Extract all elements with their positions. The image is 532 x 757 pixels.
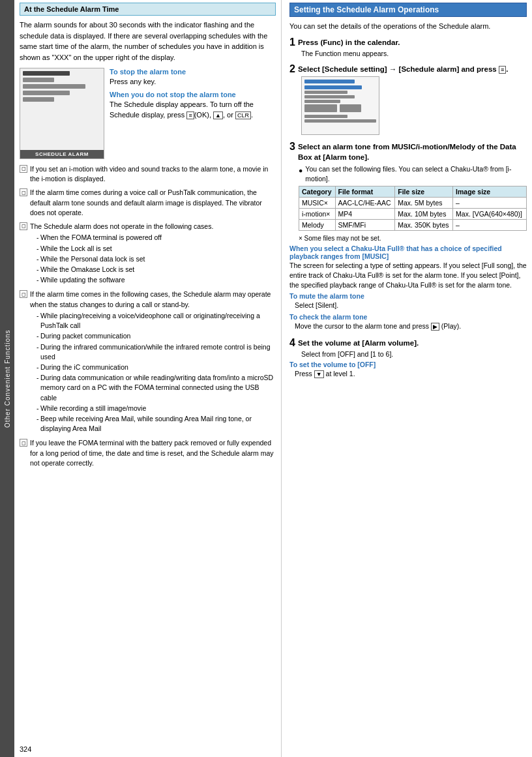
step-title: Select an alarm tone from MUSIC/i-motion… <box>298 141 527 162</box>
mute-body: Select [Silent]. <box>295 301 527 310</box>
side-note2-body: The Schedule display appears. To turn of… <box>110 100 276 120</box>
note-icon: ◻ <box>20 188 27 196</box>
table-row: MelodySMF/MFiMax. 350K bytes– <box>299 220 527 231</box>
table-cell: Max. [VGA(640×480)] <box>453 209 527 220</box>
table-header: File format <box>335 186 395 198</box>
note-list-item: While the Omakase Lock is set <box>37 265 276 275</box>
table-cell: AAC-LC/HE-AAC <box>335 198 395 209</box>
note-list-item: While the Lock all is set <box>37 244 276 254</box>
table-header: Category <box>299 186 336 198</box>
schedule-alarm-image: SCHEDULE ALARM <box>20 68 104 159</box>
left-section-header: At the Schedule Alarm Time <box>20 3 276 16</box>
side-notes: To stop the alarm tone Press any key. Wh… <box>110 68 276 159</box>
step-number: 3 <box>289 141 295 152</box>
two-col: At the Schedule Alarm Time The alarm sou… <box>14 0 532 757</box>
table-cell: – <box>453 198 527 209</box>
main-content: At the Schedule Alarm Time The alarm sou… <box>14 0 532 757</box>
table-footnote: × Some files may not be set. <box>299 235 527 242</box>
table-cell: Max. 5M bytes <box>395 198 453 209</box>
right-intro-text: You can set the details of the operation… <box>289 22 490 30</box>
check-alarm-body: Move the cursor to the alarm tone and pr… <box>295 321 527 331</box>
step-title: Press (Func) in the calendar. <box>298 37 400 48</box>
note-list-item: While placing/receiving a voice/videopho… <box>37 311 276 331</box>
table-header: Image size <box>453 186 527 198</box>
schedule-setting-screen <box>301 76 379 135</box>
step-4: 4Set the volume at [Alarm volume].Select… <box>289 338 527 379</box>
step-title: Set the volume at [Alarm volume]. <box>298 338 419 348</box>
note-block: ◻If you leave the FOMA terminal with the… <box>20 438 276 468</box>
note-icon: ◻ <box>20 222 27 230</box>
bullet-text: You can set the following files. You can… <box>305 164 527 183</box>
table-cell: i-motion× <box>299 209 336 220</box>
step-header: 3Select an alarm tone from MUSIC/i-motio… <box>289 141 527 162</box>
file-table: CategoryFile formatFile sizeImage sizeMU… <box>299 186 527 231</box>
table-cell: – <box>453 220 527 231</box>
note-block: ◻If you set an i-motion with video and s… <box>20 164 276 184</box>
table-cell: Melody <box>299 220 336 231</box>
steps-container: 1Press (Func) in the calendar.The Functi… <box>289 37 527 379</box>
right-column: Setting the Schedule Alarm Operations Yo… <box>282 0 532 757</box>
table-cell: MUSIC× <box>299 198 336 209</box>
note-block: ◻If the alarm time comes in the followin… <box>20 289 276 434</box>
step-number: 1 <box>289 37 295 48</box>
left-header-text: At the Schedule Alarm Time <box>24 5 119 13</box>
step-header: 1Press (Func) in the calendar. <box>289 37 527 48</box>
note-text: If you set an i-motion with video and so… <box>30 164 276 184</box>
left-intro-text: The alarm sounds for about 30 seconds wi… <box>20 21 267 61</box>
step-header: 4Set the volume at [Alarm volume]. <box>289 338 527 348</box>
left-column: At the Schedule Alarm Time The alarm sou… <box>14 0 282 757</box>
table-header: File size <box>395 186 453 198</box>
note-list-item: While the Personal data lock is set <box>37 254 276 264</box>
right-section-header: Setting the Schedule Alarm Operations <box>289 3 527 17</box>
table-cell: Max. 350K bytes <box>395 220 453 231</box>
step-subtitle: Select from [OFF] and [1 to 6]. <box>301 350 527 358</box>
note-list-item: During the iC communication <box>37 363 276 372</box>
note-text: The Schedule alarm does not operate in t… <box>30 222 276 286</box>
page-container: Other Convenient Functions At the Schedu… <box>0 0 532 757</box>
notes-container: ◻If you set an i-motion with video and s… <box>20 164 276 468</box>
blue-section1-body: The screen for selecting a type of setti… <box>289 261 527 289</box>
side-note1-body: Press any key. <box>110 77 276 87</box>
note-text: If the alarm time comes during a voice c… <box>30 188 276 218</box>
step-2: 2Select [Schedule setting] → [Schedule a… <box>289 64 527 135</box>
step-1: 1Press (Func) in the calendar.The Functi… <box>289 37 527 57</box>
page-number: 324 <box>20 745 31 753</box>
bullet-dot: ● <box>299 166 303 183</box>
table-row: i-motion×MP4Max. 10M bytesMax. [VGA(640×… <box>299 209 527 220</box>
right-intro: You can set the details of the operation… <box>289 21 527 32</box>
table-row: MUSIC×AAC-LC/HE-AACMax. 5M bytes– <box>299 198 527 209</box>
step-title: Select [Schedule setting] → [Schedule al… <box>298 64 509 74</box>
blue-section1-title: When you select a Chaku-Uta Full® that h… <box>289 245 527 260</box>
table-cell: SMF/MFi <box>335 220 395 231</box>
note-list-item: During the infrared communication/while … <box>37 342 276 362</box>
mute-title: To mute the alarm tone <box>289 292 527 300</box>
left-intro: The alarm sounds for about 30 seconds wi… <box>20 20 276 63</box>
schedule-alarm-label: SCHEDULE ALARM <box>20 150 104 158</box>
step-3: 3Select an alarm tone from MUSIC/i-motio… <box>289 141 527 331</box>
step-subtitle: The Function menu appears. <box>301 50 527 57</box>
note-list-item: Beep while receiving Area Mail, while so… <box>37 414 276 434</box>
file-table-container: CategoryFile formatFile sizeImage sizeMU… <box>299 186 527 231</box>
step-number: 4 <box>289 338 295 348</box>
step4-blue-title: To set the volume to [OFF] <box>289 361 527 368</box>
step-header: 2Select [Schedule setting] → [Schedule a… <box>289 64 527 74</box>
sidebar-label: Other Convenient Functions <box>4 329 11 428</box>
step-bullet: ●You can set the following files. You ca… <box>299 164 527 183</box>
check-alarm-title: To check the alarm tone <box>289 313 527 321</box>
right-header-text: Setting the Schedule Alarm Operations <box>294 5 439 14</box>
note-list-item: While recording a still image/movie <box>37 404 276 413</box>
table-cell: MP4 <box>335 209 395 220</box>
step4-blue-body: Press ▼ at level 1. <box>295 369 527 379</box>
side-note1-title: To stop the alarm tone <box>110 68 276 76</box>
step-number: 2 <box>289 64 295 74</box>
note-block: ◻If the alarm time comes during a voice … <box>20 188 276 218</box>
note-text: If you leave the FOMA terminal with the … <box>30 438 276 468</box>
side-note2-title: When you do not stop the alarm tone <box>110 91 276 98</box>
sidebar: Other Convenient Functions <box>0 0 14 757</box>
note-text: If the alarm time comes in the following… <box>30 289 276 434</box>
note-icon: ◻ <box>20 439 27 447</box>
note-list-item: While updating the software <box>37 275 276 285</box>
table-cell: Max. 10M bytes <box>395 209 453 220</box>
note-icon: ◻ <box>20 165 27 173</box>
note-list-item: When the FOMA terminal is powered off <box>37 233 276 243</box>
